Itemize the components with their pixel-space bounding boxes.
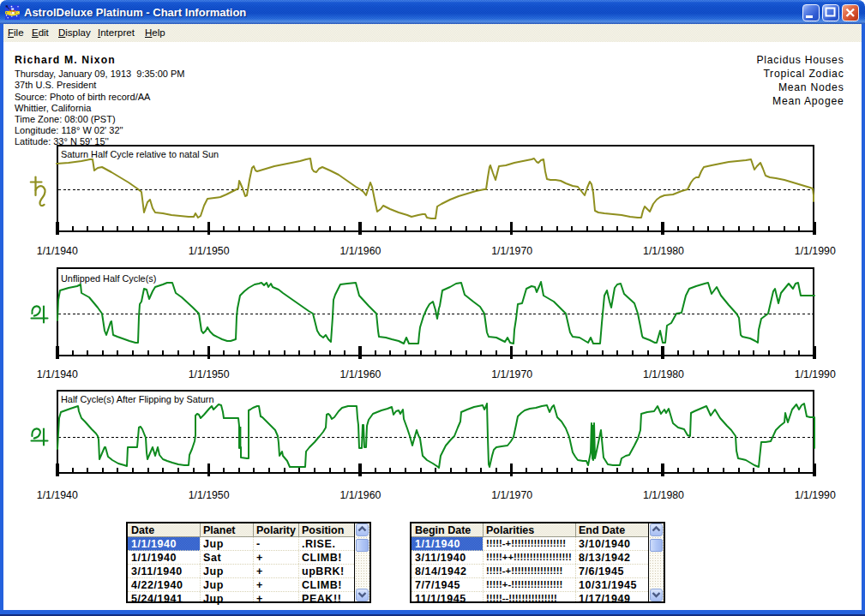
svg-text:1/1/1960: 1/1/1960 xyxy=(339,368,381,380)
svg-text:1/1/1960: 1/1/1960 xyxy=(339,245,381,257)
svg-text:1/1/1950: 1/1/1950 xyxy=(189,245,230,257)
svg-text:1/1/1970: 1/1/1970 xyxy=(491,245,532,257)
svg-text:1/1/1960: 1/1/1960 xyxy=(339,489,381,501)
svg-text:1/1/1950: 1/1/1950 xyxy=(189,368,230,380)
svg-text:1/1/1990: 1/1/1990 xyxy=(795,368,836,380)
svg-text:1/1/1970: 1/1/1970 xyxy=(491,489,532,501)
svg-text:1/1/1970: 1/1/1970 xyxy=(491,368,532,380)
svg-text:1/1/1990: 1/1/1990 xyxy=(795,489,836,501)
svg-text:Half Cycle(s) After Flipping b: Half Cycle(s) After Flipping by Saturn xyxy=(61,394,214,404)
svg-text:1/1/1940: 1/1/1940 xyxy=(37,489,78,501)
svg-text:1/1/1940: 1/1/1940 xyxy=(37,368,78,380)
svg-text:Saturn Half Cycle relative to: Saturn Half Cycle relative to natal Sun xyxy=(61,149,219,159)
svg-text:1/1/1980: 1/1/1980 xyxy=(643,489,684,501)
svg-text:1/1/1980: 1/1/1980 xyxy=(643,245,684,257)
svg-text:1/1/1950: 1/1/1950 xyxy=(189,489,230,501)
svg-text:Unflipped Half Cycle(s): Unflipped Half Cycle(s) xyxy=(61,273,156,284)
svg-text:1/1/1990: 1/1/1990 xyxy=(795,245,836,257)
svg-text:1/1/1980: 1/1/1980 xyxy=(643,368,684,380)
svg-text:1/1/1940: 1/1/1940 xyxy=(37,245,78,257)
